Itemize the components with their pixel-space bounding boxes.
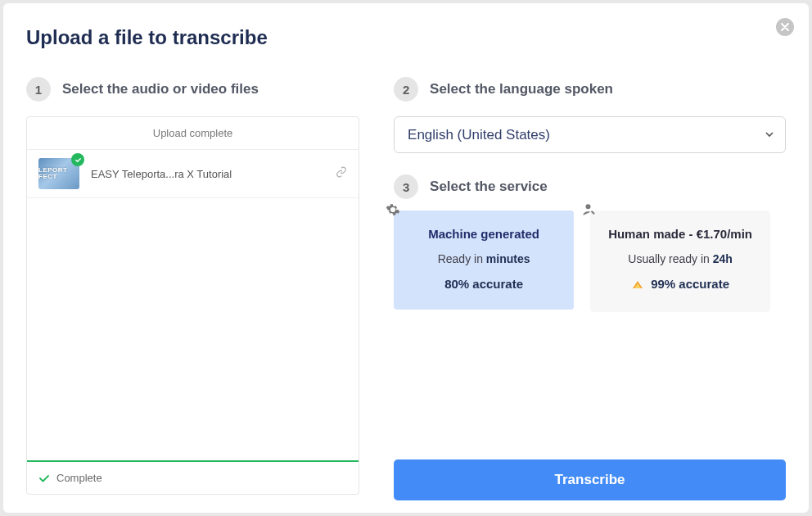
svg-point-0 xyxy=(586,204,591,209)
file-thumbnail-wrap: LEPORT FECT xyxy=(38,158,79,189)
service-machine-ready: Ready in minutes xyxy=(405,252,562,265)
service-human-ready: Usually ready in 24h xyxy=(602,252,759,265)
service-human-accuracy-text: 99% accurate xyxy=(651,277,729,291)
transcribe-button[interactable]: Transcribe xyxy=(394,459,786,500)
check-icon xyxy=(38,473,50,484)
service-machine-ready-prefix: Ready in xyxy=(438,252,486,265)
link-icon[interactable] xyxy=(336,166,347,181)
step2-title: Select the language spoken xyxy=(430,81,613,97)
upload-spacer xyxy=(27,198,359,460)
service-human-ready-prefix: Usually ready in xyxy=(628,252,713,265)
upload-footer-text: Complete xyxy=(56,472,102,484)
service-human-wrap: Human made - €1.70/min Usually ready in … xyxy=(590,210,770,312)
thumbnail-label: LEPORT FECT xyxy=(38,167,79,180)
service-card-machine[interactable]: Machine generated Ready in minutes 80% a… xyxy=(394,210,574,310)
content-columns: 1 Select the audio or video files Upload… xyxy=(26,77,786,500)
service-machine-ready-strong: minutes xyxy=(486,252,530,265)
file-name: EASY Teleporta...ra X Tutorial xyxy=(91,168,336,180)
step3-header: 3 Select the service xyxy=(394,174,786,199)
close-button[interactable] xyxy=(776,18,794,36)
check-icon xyxy=(74,156,82,164)
service-human-ready-strong: 24h xyxy=(713,252,733,265)
step1-title: Select the audio or video files xyxy=(62,81,259,97)
right-column: 2 Select the language spoken English (Un… xyxy=(394,77,786,500)
language-select[interactable]: English (United States) xyxy=(394,116,786,153)
left-column: 1 Select the audio or video files Upload… xyxy=(26,77,359,500)
step2-header: 2 Select the language spoken xyxy=(394,77,786,102)
modal-title: Upload a file to transcribe xyxy=(26,26,786,49)
step1-header: 1 Select the audio or video files xyxy=(26,77,359,102)
language-select-wrap: English (United States) xyxy=(394,116,786,153)
service-human-title: Human made - €1.70/min xyxy=(602,227,759,241)
upload-status-header: Upload complete xyxy=(27,117,359,150)
close-icon xyxy=(781,23,789,31)
cake-icon xyxy=(631,278,644,291)
service-machine-accuracy: 80% accurate xyxy=(444,277,523,291)
service-human-accuracy: 99% accurate xyxy=(631,277,729,291)
step2-badge: 2 xyxy=(394,77,418,102)
service-machine-wrap: Machine generated Ready in minutes 80% a… xyxy=(394,210,574,312)
upload-box: Upload complete LEPORT FECT EASY Telepor… xyxy=(26,116,359,495)
step3-title: Select the service xyxy=(430,179,548,195)
service-options: Machine generated Ready in minutes 80% a… xyxy=(394,210,786,312)
file-row[interactable]: LEPORT FECT EASY Teleporta...ra X Tutori… xyxy=(27,150,359,198)
upload-success-badge xyxy=(71,153,84,166)
gear-icon xyxy=(386,202,400,220)
upload-modal: Upload a file to transcribe 1 Select the… xyxy=(3,3,809,513)
person-edit-icon xyxy=(582,202,597,220)
step1-badge: 1 xyxy=(26,77,51,102)
service-card-human[interactable]: Human made - €1.70/min Usually ready in … xyxy=(590,210,770,312)
upload-footer: Complete xyxy=(27,462,359,494)
service-machine-title: Machine generated xyxy=(405,227,562,241)
step3-badge: 3 xyxy=(394,174,418,199)
